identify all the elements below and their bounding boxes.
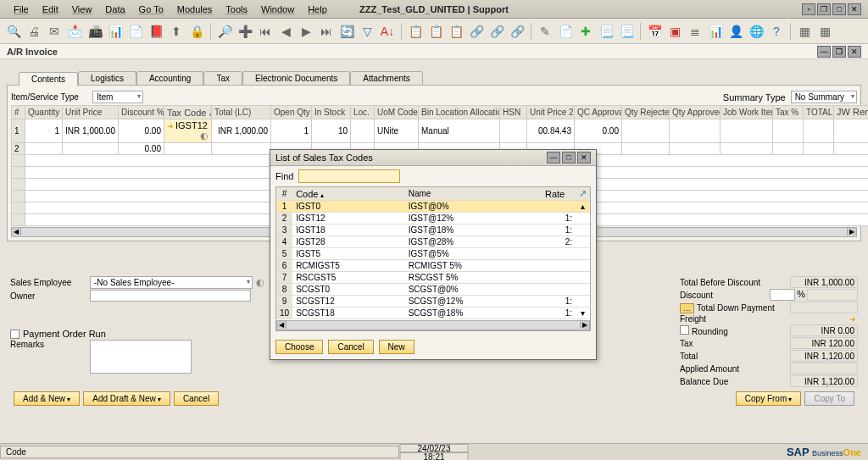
freight-link-icon[interactable]: ➜ bbox=[849, 315, 856, 324]
tax-row[interactable]: 6RCMIGST5RCMIGST 5% bbox=[276, 260, 590, 272]
tl-expand-icon[interactable]: ↗ bbox=[576, 187, 590, 201]
col-jobwork[interactable]: Job Work Item bbox=[721, 106, 773, 119]
col-num[interactable]: # bbox=[12, 106, 25, 119]
globe-icon[interactable]: 🌐 bbox=[748, 23, 765, 40]
tax-row[interactable]: 8SCGST0SCGST@0% bbox=[276, 284, 590, 296]
export-excel-icon[interactable]: 📊 bbox=[107, 23, 124, 40]
sort-icon[interactable]: A↓ bbox=[379, 23, 396, 40]
user-icon[interactable]: 👤 bbox=[727, 23, 744, 40]
prev-record-icon[interactable]: ◀ bbox=[277, 23, 294, 40]
taxlist-hscrollbar[interactable] bbox=[276, 320, 590, 330]
chart-icon[interactable]: 📊 bbox=[707, 23, 724, 40]
find-icon[interactable]: 🔎 bbox=[216, 23, 233, 40]
doc-restore-icon[interactable]: ❐ bbox=[832, 46, 846, 58]
tab-accounting[interactable]: Accounting bbox=[136, 71, 203, 85]
cancel-button[interactable]: Cancel bbox=[174, 391, 219, 406]
col-qty-approved[interactable]: Qty Approved bbox=[670, 106, 721, 119]
col-tax-code[interactable]: Tax Code ⬥ bbox=[164, 106, 212, 119]
tax-row[interactable]: 10SCGST18SCGST@18%1:▾ bbox=[276, 308, 590, 319]
modal-minimize-icon[interactable]: — bbox=[547, 152, 560, 163]
item-service-type-dropdown[interactable]: Item bbox=[92, 91, 143, 103]
tl-col-rate[interactable]: Rate bbox=[542, 187, 576, 201]
menu-window[interactable]: Window bbox=[254, 3, 301, 16]
lock-icon[interactable]: 🔒 bbox=[188, 23, 205, 40]
col-unit-price2[interactable]: Unit Price 2 bbox=[527, 106, 575, 119]
tax-row[interactable]: 7RSCGST5RSCGST 5% bbox=[276, 272, 590, 284]
payment-order-checkbox[interactable] bbox=[10, 330, 19, 339]
col-taxpct[interactable]: Tax % bbox=[773, 106, 804, 119]
link-arrow-icon[interactable]: ➜ bbox=[167, 122, 174, 130]
add-icon[interactable]: ➕ bbox=[236, 23, 253, 40]
export-word-icon[interactable]: 📄 bbox=[127, 23, 144, 40]
grid-row[interactable]: 1 1 INR 1,000.00 0.00 ➜IGST12◐ INR 1,000… bbox=[12, 119, 869, 143]
down-payment-button[interactable]: … bbox=[680, 303, 694, 313]
sales-employee-dropdown[interactable]: -No Sales Employee- bbox=[90, 276, 253, 289]
base-doc-icon[interactable]: 📃 bbox=[598, 23, 615, 40]
menu-goto[interactable]: Go To bbox=[132, 3, 170, 16]
add-draft-new-button[interactable]: Add Draft & New bbox=[83, 391, 170, 406]
link1-icon[interactable]: 🔗 bbox=[468, 23, 485, 40]
menu-data[interactable]: Data bbox=[98, 3, 131, 16]
find-input[interactable] bbox=[298, 169, 400, 183]
calendar-icon[interactable]: 📅 bbox=[646, 23, 663, 40]
choose-button[interactable]: Choose bbox=[275, 340, 323, 354]
export-pdf-icon[interactable]: 📕 bbox=[147, 23, 164, 40]
col-qty[interactable]: Quantity bbox=[25, 106, 63, 119]
menu-view[interactable]: View bbox=[65, 3, 99, 16]
tl-col-num[interactable]: # bbox=[276, 187, 292, 201]
target-doc-icon[interactable]: 📃 bbox=[618, 23, 635, 40]
sms-icon[interactable]: 📩 bbox=[66, 23, 83, 40]
col-hsn[interactable]: HSN bbox=[500, 106, 527, 119]
edit-icon[interactable]: ✎ bbox=[537, 23, 554, 40]
tl-col-code[interactable]: Code ▴ bbox=[292, 187, 405, 201]
new-button[interactable]: New bbox=[379, 340, 415, 354]
help-icon[interactable]: ? bbox=[768, 23, 785, 40]
tab-tax[interactable]: Tax bbox=[203, 71, 242, 85]
menu-modules[interactable]: Modules bbox=[170, 3, 220, 16]
maximize-icon[interactable]: □ bbox=[832, 3, 846, 15]
tax-row[interactable]: 3IGST18IGST@18%1: bbox=[276, 224, 590, 236]
discount-pct-input[interactable] bbox=[770, 289, 795, 301]
menu-tools[interactable]: Tools bbox=[219, 3, 254, 16]
col-unit-price[interactable]: Unit Price bbox=[63, 106, 119, 119]
remarks-textarea[interactable] bbox=[90, 340, 192, 374]
menu-edit[interactable]: Edit bbox=[36, 3, 65, 16]
link2-icon[interactable]: 🔗 bbox=[488, 23, 505, 40]
tax-row[interactable]: 2IGST12IGST@12%1: bbox=[276, 213, 590, 224]
doc-minimize-icon[interactable]: — bbox=[817, 46, 831, 58]
tax-row[interactable]: 1IGST0IGST@0%▴ bbox=[276, 201, 590, 213]
report-icon[interactable]: ≣ bbox=[687, 23, 704, 40]
owner-input[interactable] bbox=[90, 290, 251, 302]
tab-logistics[interactable]: Logistics bbox=[78, 71, 136, 85]
menu-file[interactable]: File bbox=[7, 3, 36, 16]
col-discount[interactable]: Discount % bbox=[119, 106, 164, 119]
col-qty-rejected[interactable]: Qty Rejected bbox=[622, 106, 670, 119]
col-in-stock[interactable]: In Stock bbox=[312, 106, 351, 119]
doc-close-icon[interactable]: ✕ bbox=[848, 46, 861, 58]
print-icon[interactable]: 🖨 bbox=[25, 23, 42, 40]
fax-icon[interactable]: 📠 bbox=[86, 23, 103, 40]
summary-type-dropdown[interactable]: No Summary bbox=[791, 91, 857, 103]
col-loc[interactable]: Loc. bbox=[351, 106, 375, 119]
close-icon[interactable]: ✕ bbox=[848, 3, 861, 15]
first-record-icon[interactable]: ⏮ bbox=[257, 23, 274, 40]
tab-edocs[interactable]: Electronic Documents bbox=[242, 71, 350, 85]
col-total[interactable]: Total (LC) bbox=[212, 106, 271, 119]
alert-icon[interactable]: ▣ bbox=[666, 23, 683, 40]
new-doc-icon[interactable]: 📄 bbox=[557, 23, 574, 40]
window-icon[interactable]: ▫ bbox=[802, 3, 815, 15]
modal-close-icon[interactable]: ✕ bbox=[577, 152, 591, 163]
add-new-button[interactable]: Add & New bbox=[14, 391, 80, 406]
filter-icon[interactable]: ▽ bbox=[359, 23, 376, 40]
next-record-icon[interactable]: ▶ bbox=[298, 23, 314, 40]
col-uom[interactable]: UoM Code bbox=[375, 106, 419, 119]
tax-row[interactable]: 9SCGST12SCGST@12%1: bbox=[276, 296, 590, 308]
doc1-icon[interactable]: 📋 bbox=[407, 23, 424, 40]
modal-maximize-icon[interactable]: □ bbox=[562, 152, 576, 163]
tax-code-list[interactable]: # Code ▴ Name Rate ↗ 1IGST0IGST@0%▴ 2IGS… bbox=[275, 186, 591, 331]
col-qc[interactable]: QC Approval bbox=[575, 106, 622, 119]
col-total2[interactable]: TOTAL bbox=[804, 106, 834, 119]
tl-col-name[interactable]: Name bbox=[405, 187, 542, 201]
preview-icon[interactable]: 🔍 bbox=[5, 23, 22, 40]
menu-help[interactable]: Help bbox=[301, 3, 334, 16]
